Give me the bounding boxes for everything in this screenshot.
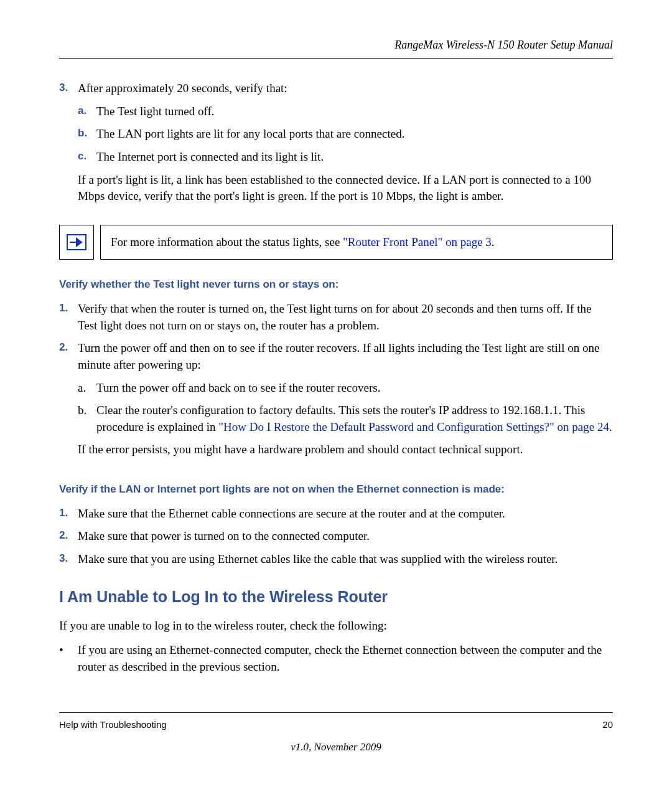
subsection-heading: Verify if the LAN or Internet port light… [59,482,613,497]
item-content: After approximately 20 seconds, verify t… [78,80,613,211]
sub-text: Clear the router's configuration to fact… [96,402,613,435]
item-number: 2. [59,340,78,465]
item-text: After approximately 20 seconds, verify t… [78,82,287,95]
item-text: Make sure that power is turned on to the… [78,528,613,545]
sub-item-b: b. The LAN port lights are lit for any l… [78,126,613,143]
item-text: Turn the power off and then on to see if… [78,341,599,371]
sub-list: a. Turn the power off and back on to see… [78,380,613,436]
sub-letter: c. [78,149,96,166]
note-post: . [492,235,495,248]
section-paragraph: If you are unable to log in to the wirel… [59,618,613,635]
sub-item-a: a. Turn the power off and back on to see… [78,380,613,397]
list-item: 1. Make sure that the Ethernet cable con… [59,506,613,522]
sub-item-c: c. The Internet port is connected and it… [78,149,613,166]
bullet-text: If you are using an Ethernet-connected c… [78,642,613,675]
arrow-right-icon [67,234,86,250]
link-restore-defaults[interactable]: "How Do I Restore the Default Password a… [218,420,609,433]
note-text: For more information about the status li… [100,225,613,260]
section2-list: 1. Make sure that the Ethernet cable con… [59,506,613,568]
list-item: 1. Verify that when the router is turned… [59,301,613,334]
sub-letter: a. [78,380,96,397]
sub-text: The LAN port lights are lit for any loca… [96,126,613,143]
bullet-marker: • [59,642,78,675]
footer-version: v1.0, November 2009 [59,740,613,755]
section-heading: I Am Unable to Log In to the Wireless Ro… [59,586,613,608]
item-number: 1. [59,301,78,334]
bullet-list: • If you are using an Ethernet-connected… [59,642,613,675]
item-text: Make sure that the Ethernet cable connec… [78,506,613,522]
item-number: 1. [59,506,78,522]
sub-list: a. The Test light turned off. b. The LAN… [78,103,613,166]
sub-text: The Test light turned off. [96,103,613,120]
item-paragraph: If the error persists, you might have a … [78,441,613,458]
main-ordered-list: 3. After approximately 20 seconds, verif… [59,80,613,211]
page-number: 20 [602,718,613,731]
sub-item-b: b. Clear the router's configuration to f… [78,402,613,435]
bullet-item: • If you are using an Ethernet-connected… [59,642,613,675]
item-text: Verify that when the router is turned on… [78,301,613,334]
item-number: 2. [59,528,78,545]
note-box: For more information about the status li… [59,225,613,260]
sub-letter: b. [78,126,96,143]
sub-letter: a. [78,103,96,120]
list-item-3: 3. After approximately 20 seconds, verif… [59,80,613,211]
list-item: 2. Turn the power off and then on to see… [59,340,613,465]
subsection-heading: Verify whether the Test light never turn… [59,277,613,292]
sub-text: The Internet port is connected and its l… [96,149,613,166]
list-item: 2. Make sure that power is turned on to … [59,528,613,545]
sub-letter: b. [78,402,96,435]
item-number: 3. [59,551,78,568]
note-pre: For more information about the status li… [111,235,343,248]
page-header: RangeMax Wireless-N 150 Router Setup Man… [59,37,613,59]
note-icon-cell [59,225,94,260]
list-item: 3. Make sure that you are using Ethernet… [59,551,613,568]
item-content: Turn the power off and then on to see if… [78,340,613,465]
page-footer: Help with Troubleshooting 20 [59,712,613,731]
item-paragraph: If a port's light is lit, a link has bee… [78,172,613,205]
item-number: 3. [59,80,78,211]
sub-post: . [609,420,612,433]
sub-text: Turn the power off and back on to see if… [96,380,613,397]
section1-list: 1. Verify that when the router is turned… [59,301,613,465]
link-router-front-panel[interactable]: "Router Front Panel" on page 3 [343,235,492,248]
sub-item-a: a. The Test light turned off. [78,103,613,120]
item-text: Make sure that you are using Ethernet ca… [78,551,613,568]
footer-left: Help with Troubleshooting [59,718,167,731]
